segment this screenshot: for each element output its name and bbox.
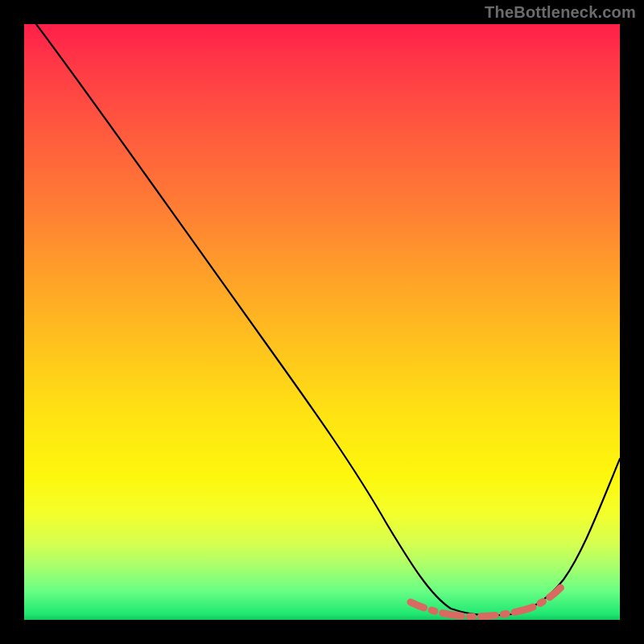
curve-svg (24, 24, 620, 620)
optimal-range-markers (411, 583, 565, 617)
bottleneck-curve (36, 24, 620, 616)
watermark-text: TheBottleneck.com (485, 3, 636, 22)
chart-frame: TheBottleneck.com (0, 0, 644, 644)
plot-area (24, 24, 620, 620)
